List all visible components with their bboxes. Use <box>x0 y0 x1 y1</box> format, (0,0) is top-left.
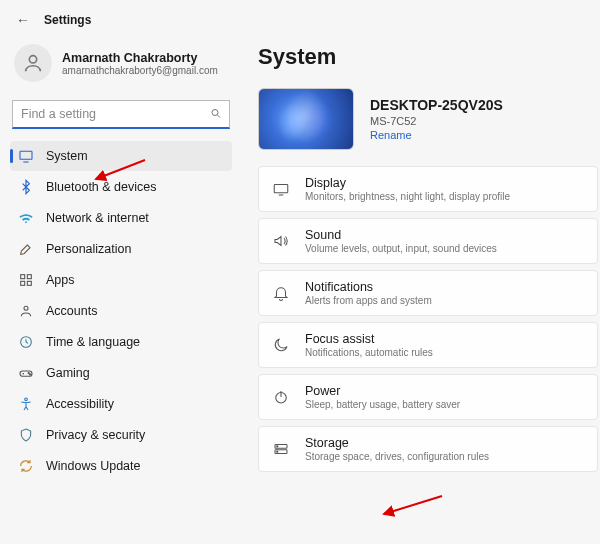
svg-point-0 <box>29 56 36 63</box>
sidebar-item-label: Windows Update <box>46 459 141 473</box>
brush-icon <box>18 241 34 257</box>
bell-icon <box>271 284 291 302</box>
back-button[interactable]: ← <box>16 12 30 28</box>
card-subtitle: Volume levels, output, input, sound devi… <box>305 243 497 254</box>
sidebar-item-accessibility[interactable]: Accessibility <box>10 389 232 419</box>
sidebar-item-update[interactable]: Windows Update <box>10 451 232 481</box>
svg-point-16 <box>25 398 28 401</box>
card-subtitle: Sleep, battery usage, battery saver <box>305 399 460 410</box>
storage-icon <box>271 440 291 458</box>
settings-card-list: Display Monitors, brightness, night ligh… <box>258 166 600 472</box>
sidebar-item-time[interactable]: Time & language <box>10 327 232 357</box>
moon-icon <box>271 336 291 354</box>
card-subtitle: Monitors, brightness, night light, displ… <box>305 191 510 202</box>
device-model: MS-7C52 <box>370 115 503 127</box>
sidebar-item-label: System <box>46 149 88 163</box>
card-title: Notifications <box>305 280 432 294</box>
apps-icon <box>18 272 34 288</box>
card-storage[interactable]: Storage Storage space, drives, configura… <box>258 426 598 472</box>
sidebar-item-label: Network & internet <box>46 211 149 225</box>
sidebar-item-label: Accessibility <box>46 397 114 411</box>
svg-rect-7 <box>21 281 25 285</box>
card-title: Power <box>305 384 460 398</box>
sidebar-item-network[interactable]: Network & internet <box>10 203 232 233</box>
sidebar-item-label: Time & language <box>46 335 140 349</box>
profile-name: Amarnath Chakraborty <box>62 51 218 65</box>
card-title: Focus assist <box>305 332 433 346</box>
display-icon <box>271 180 291 198</box>
sidebar-item-label: Bluetooth & devices <box>46 180 157 194</box>
sidebar-item-label: Privacy & security <box>46 428 145 442</box>
sidebar-item-label: Personalization <box>46 242 131 256</box>
card-display[interactable]: Display Monitors, brightness, night ligh… <box>258 166 598 212</box>
sidebar-item-personalization[interactable]: Personalization <box>10 234 232 264</box>
sidebar: Amarnath Chakraborty amarnathchakraborty… <box>0 34 240 482</box>
clock-icon <box>18 334 34 350</box>
sidebar-item-accounts[interactable]: Accounts <box>10 296 232 326</box>
sidebar-item-apps[interactable]: Apps <box>10 265 232 295</box>
card-title: Sound <box>305 228 497 242</box>
content: System DESKTOP-25QV20S MS-7C52 Rename Di… <box>240 34 600 482</box>
gamepad-icon <box>18 365 34 381</box>
device-name: DESKTOP-25QV20S <box>370 97 503 113</box>
svg-point-15 <box>29 374 30 375</box>
sidebar-item-label: Accounts <box>46 304 97 318</box>
power-icon <box>271 388 291 406</box>
card-power[interactable]: Power Sleep, battery usage, battery save… <box>258 374 598 420</box>
svg-point-9 <box>24 306 28 310</box>
card-focus-assist[interactable]: Focus assist Notifications, automatic ru… <box>258 322 598 368</box>
shield-icon <box>18 427 34 443</box>
svg-point-1 <box>212 109 218 115</box>
card-title: Storage <box>305 436 489 450</box>
window-title: Settings <box>44 13 91 27</box>
user-icon <box>18 303 34 319</box>
sidebar-item-system[interactable]: System <box>10 141 232 171</box>
svg-rect-6 <box>27 275 31 279</box>
card-title: Display <box>305 176 510 190</box>
card-sound[interactable]: Sound Volume levels, output, input, soun… <box>258 218 598 264</box>
search-icon <box>210 107 222 122</box>
annotation-arrow <box>378 490 448 523</box>
svg-rect-17 <box>274 185 288 193</box>
svg-rect-5 <box>21 275 25 279</box>
update-icon <box>18 458 34 474</box>
accessibility-icon <box>18 396 34 412</box>
page-title: System <box>258 44 600 70</box>
profile-email: amarnathchakraborty6@gmail.com <box>62 65 218 76</box>
rename-link[interactable]: Rename <box>370 129 412 141</box>
sound-icon <box>271 232 291 250</box>
monitor-icon <box>18 148 34 164</box>
sidebar-item-label: Apps <box>46 273 75 287</box>
card-subtitle: Notifications, automatic rules <box>305 347 433 358</box>
search-input[interactable] <box>12 100 230 129</box>
nav-list: System Bluetooth & devices Network & int… <box>8 141 234 481</box>
profile-block[interactable]: Amarnath Chakraborty amarnathchakraborty… <box>8 38 234 92</box>
svg-rect-3 <box>20 151 32 159</box>
sidebar-item-bluetooth[interactable]: Bluetooth & devices <box>10 172 232 202</box>
card-subtitle: Storage space, drives, configuration rul… <box>305 451 489 462</box>
svg-point-14 <box>28 372 29 373</box>
sidebar-item-label: Gaming <box>46 366 90 380</box>
sidebar-item-privacy[interactable]: Privacy & security <box>10 420 232 450</box>
wifi-icon <box>18 210 34 226</box>
sidebar-item-gaming[interactable]: Gaming <box>10 358 232 388</box>
device-block: DESKTOP-25QV20S MS-7C52 Rename <box>258 88 600 150</box>
avatar <box>14 44 52 82</box>
card-subtitle: Alerts from apps and system <box>305 295 432 306</box>
svg-point-24 <box>277 451 278 452</box>
svg-rect-8 <box>27 281 31 285</box>
device-wallpaper-thumb <box>258 88 354 150</box>
svg-line-26 <box>384 496 442 514</box>
card-notifications[interactable]: Notifications Alerts from apps and syste… <box>258 270 598 316</box>
bluetooth-icon <box>18 179 34 195</box>
svg-line-2 <box>218 115 221 118</box>
svg-point-23 <box>277 446 278 447</box>
